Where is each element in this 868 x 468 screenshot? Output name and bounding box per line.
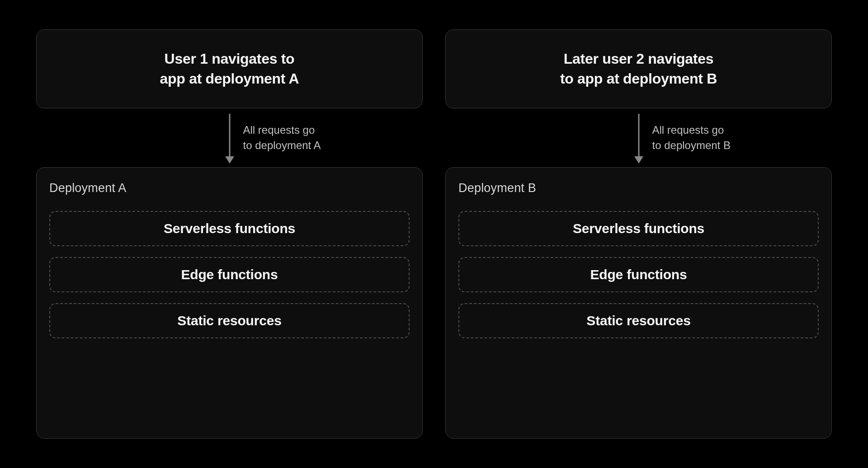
- user-box-a: User 1 navigates to app at deployment A: [36, 29, 423, 108]
- resource-list: Serverless functions Edge functions Stat…: [458, 211, 819, 338]
- arrow-down-icon: [225, 156, 234, 164]
- arrow-label: All requests go to deployment B: [652, 122, 731, 153]
- arrow-label: All requests go to deployment A: [243, 122, 321, 153]
- column-b: Later user 2 navigates to app at deploym…: [445, 29, 832, 439]
- user-line-1: User 1 navigates to: [165, 51, 295, 67]
- resource-text: Edge functions: [181, 267, 278, 282]
- resource-item-serverless: Serverless functions: [458, 211, 819, 246]
- arrow-line-icon: [229, 114, 230, 157]
- user-box-b: Later user 2 navigates to app at deploym…: [445, 29, 832, 108]
- resource-item-edge: Edge functions: [458, 257, 819, 292]
- column-a: User 1 navigates to app at deployment A …: [36, 29, 423, 439]
- arrow-down-icon: [634, 156, 643, 164]
- arrow-label-line-2: to deployment B: [652, 139, 731, 151]
- resource-item-serverless: Serverless functions: [49, 211, 410, 246]
- resource-text: Edge functions: [590, 267, 687, 282]
- resource-text: Static resources: [177, 313, 281, 328]
- arrow-section-a: All requests go to deployment A: [36, 108, 423, 167]
- arrow-label-line-2: to deployment A: [243, 139, 321, 151]
- resource-item-static: Static resources: [458, 303, 819, 338]
- arrow-line-icon: [638, 114, 639, 157]
- user-line-2: app at deployment A: [160, 70, 299, 87]
- deployment-box-b: Deployment B Serverless functions Edge f…: [445, 167, 832, 439]
- resource-text: Serverless functions: [573, 221, 704, 236]
- resource-item-static: Static resources: [49, 303, 410, 338]
- resource-item-edge: Edge functions: [49, 257, 410, 292]
- arrow-label-line-1: All requests go: [652, 124, 724, 136]
- user-box-text: User 1 navigates to app at deployment A: [160, 49, 299, 88]
- deployment-title: Deployment B: [458, 181, 819, 195]
- user-line-1: Later user 2 navigates: [564, 51, 713, 67]
- resource-list: Serverless functions Edge functions Stat…: [49, 211, 410, 338]
- user-box-text: Later user 2 navigates to app at deploym…: [560, 49, 717, 88]
- deployment-title: Deployment A: [49, 181, 410, 195]
- user-line-2: to app at deployment B: [560, 70, 717, 87]
- deployment-box-a: Deployment A Serverless functions Edge f…: [36, 167, 423, 439]
- arrow-section-b: All requests go to deployment B: [445, 108, 832, 167]
- resource-text: Serverless functions: [164, 221, 295, 236]
- resource-text: Static resources: [586, 313, 690, 328]
- arrow-label-line-1: All requests go: [243, 124, 315, 136]
